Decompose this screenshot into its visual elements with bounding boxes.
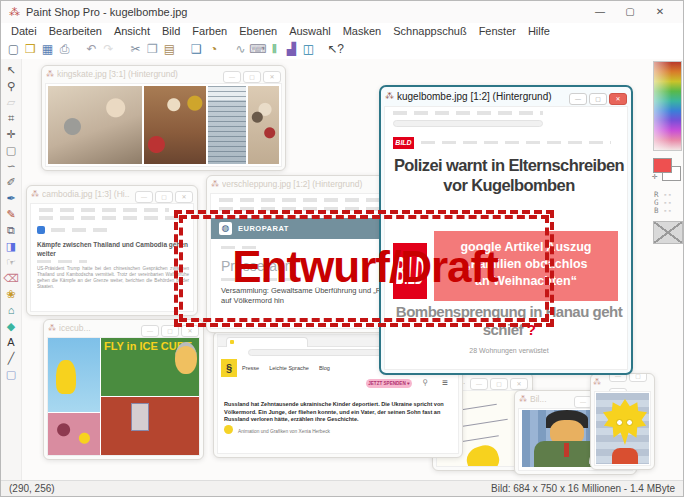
menu-item-datei[interactable]: Datei bbox=[5, 25, 43, 37]
app-paw-icon: ⁂ bbox=[9, 6, 20, 19]
site-nav-link[interactable]: Leichte Sprache bbox=[269, 365, 309, 371]
kugelbombe-titlebar[interactable]: ⁂ kugelbombe.jpg [1:2] (Hintergrund) —▢✕ bbox=[381, 87, 631, 105]
eyedropper-tool[interactable]: ✒ bbox=[3, 191, 19, 206]
bild-headline: Polizei warnt in Elternschreiben vor Kug… bbox=[387, 155, 628, 195]
menu-item-ebenen[interactable]: Ebenen bbox=[233, 25, 283, 37]
node-edit-icon[interactable]: ∿ bbox=[232, 40, 249, 58]
menu-item-auswahl[interactable]: Auswahl bbox=[283, 25, 337, 37]
menu-item-bild[interactable]: Bild bbox=[156, 25, 186, 37]
site-nav-link[interactable]: Blog bbox=[319, 365, 330, 371]
print-icon[interactable]: ⎙ bbox=[56, 40, 73, 58]
menu-item-farben[interactable]: Farben bbox=[186, 25, 233, 37]
timer-icon[interactable]: ◔ bbox=[205, 40, 222, 58]
lisa-titlebar[interactable]: ⁂ Bil... —▢✕ bbox=[591, 374, 654, 390]
search-icon[interactable]: ⚲ bbox=[422, 378, 428, 387]
text-tool[interactable]: A bbox=[3, 335, 19, 350]
clone-tool[interactable]: ⧉ bbox=[3, 223, 19, 238]
dialog-icon[interactable]: ⌨ bbox=[249, 40, 266, 58]
menu-item-schnappschuß[interactable]: Schnappschuß bbox=[387, 25, 472, 37]
lasso-tool[interactable]: ∽ bbox=[3, 159, 19, 174]
flood-fill-tool[interactable]: ◆ bbox=[3, 319, 19, 334]
photo-collage bbox=[48, 86, 279, 164]
screen-capture-icon[interactable]: ❑ bbox=[188, 40, 205, 58]
window-kingskate[interactable]: ⁂ kingskate.jpg [3:1] (Hintergrund) —▢✕ bbox=[41, 65, 286, 171]
collage-photo bbox=[48, 86, 142, 164]
paste-icon[interactable]: ▤ bbox=[161, 40, 178, 58]
null-texture-swatch[interactable] bbox=[653, 221, 683, 244]
minimize-icon[interactable]: — bbox=[141, 325, 159, 337]
maximize-icon[interactable]: ▢ bbox=[490, 378, 508, 390]
chart-icon[interactable]: ▟ bbox=[283, 40, 300, 58]
picture-tube-tool[interactable]: ❀ bbox=[3, 287, 19, 302]
lisa-canvas[interactable] bbox=[594, 391, 651, 466]
cambodia-title: cambodia.jpg [1:3] (Hi... bbox=[42, 189, 130, 199]
deform-tool[interactable]: ▱ bbox=[3, 95, 19, 110]
menu-item-fenster[interactable]: Fenster bbox=[473, 25, 522, 37]
donate-button[interactable]: JETZT SPENDEN ♥ bbox=[366, 379, 412, 388]
close-icon[interactable]: ✕ bbox=[609, 93, 627, 105]
minimize-icon[interactable]: — bbox=[569, 93, 587, 105]
menu-item-bearbeiten[interactable]: Bearbeiten bbox=[43, 25, 108, 37]
color-swatches: ✛ bbox=[652, 157, 682, 187]
reporter-title: Bil... bbox=[530, 394, 569, 404]
close-icon[interactable]: ✕ bbox=[175, 191, 193, 203]
app-minimize-icon[interactable]: — bbox=[585, 1, 615, 23]
airbrush-tool[interactable]: ⌂ bbox=[3, 303, 19, 318]
tab-favicon bbox=[230, 340, 234, 344]
help-icon[interactable]: ↖? bbox=[327, 40, 344, 58]
browser-chrome-decor bbox=[39, 208, 169, 212]
new-icon[interactable]: ▢ bbox=[5, 40, 22, 58]
comic-panel-bart bbox=[48, 338, 100, 412]
app-close-icon[interactable]: ✕ bbox=[645, 1, 675, 23]
kingskate-title: kingskate.jpg [3:1] (Hintergrund) bbox=[57, 69, 218, 79]
minimize-icon[interactable]: — bbox=[470, 378, 488, 390]
move-tool[interactable]: ✛ bbox=[3, 127, 19, 142]
pen-tool[interactable]: ✐ bbox=[3, 175, 19, 190]
shape-tool[interactable]: ▢ bbox=[3, 367, 19, 382]
maximize-icon[interactable]: ▢ bbox=[589, 93, 607, 105]
close-icon[interactable]: ✕ bbox=[510, 378, 528, 390]
app-maximize-icon[interactable]: ▢ bbox=[615, 1, 645, 23]
window-icecube[interactable]: ⁂ icecub... —▢✕ FLY in ICE CUBE bbox=[43, 319, 204, 460]
maximize-icon[interactable]: ▢ bbox=[243, 71, 261, 83]
maximize-icon[interactable]: ▢ bbox=[629, 373, 647, 382]
foreground-color-swatch[interactable] bbox=[653, 158, 672, 173]
eraser-tool[interactable]: ⌫ bbox=[3, 271, 19, 286]
site-nav-link[interactable]: Presse bbox=[242, 365, 259, 371]
image-info: Bild: 684 x 750 x 16 Millionen - 1.4 MBy… bbox=[491, 483, 675, 494]
menu-item-ansicht[interactable]: Ansicht bbox=[108, 25, 156, 37]
save-icon[interactable]: ▦ bbox=[39, 40, 56, 58]
color-replacer-tool[interactable]: ◨ bbox=[3, 239, 19, 254]
layers-icon[interactable]: ◫ bbox=[300, 40, 317, 58]
selection-tool[interactable]: ▢ bbox=[3, 143, 19, 158]
menu-item-masken[interactable]: Masken bbox=[337, 25, 388, 37]
hamburger-menu-icon[interactable]: ≡ bbox=[442, 377, 448, 388]
copy-icon[interactable]: ❐ bbox=[144, 40, 161, 58]
maximize-icon[interactable]: ▢ bbox=[155, 191, 173, 203]
open-icon[interactable]: ❒ bbox=[22, 40, 39, 58]
close-icon[interactable]: ✕ bbox=[263, 71, 281, 83]
collage-photo bbox=[208, 86, 246, 164]
paintbrush-tool[interactable]: ✎ bbox=[3, 207, 19, 222]
icecube-canvas[interactable]: FLY in ICE CUBE bbox=[47, 337, 200, 456]
crop-tool[interactable]: ⌗ bbox=[3, 111, 19, 126]
cut-icon[interactable]: ✂ bbox=[127, 40, 144, 58]
kingskate-titlebar[interactable]: ⁂ kingskate.jpg [3:1] (Hintergrund) —▢✕ bbox=[42, 66, 285, 82]
collage-photo bbox=[248, 86, 279, 164]
menu-item-hilfe[interactable]: Hilfe bbox=[522, 25, 556, 37]
kingskate-canvas[interactable] bbox=[45, 83, 282, 167]
pointer-tool[interactable]: ↖ bbox=[3, 63, 19, 78]
cambodia-titlebar[interactable]: ⁂ cambodia.jpg [1:3] (Hi... —▢✕ bbox=[27, 186, 197, 202]
redo-icon[interactable]: ↷ bbox=[100, 40, 117, 58]
verschleppung-title: verschleppung.jpg [1:2] (Hintergrund) bbox=[222, 179, 394, 189]
retouch-tool[interactable]: ☞ bbox=[3, 255, 19, 270]
minimize-icon[interactable]: — bbox=[135, 191, 153, 203]
window-lisa[interactable]: ⁂ Bil... —▢✕ bbox=[590, 373, 655, 470]
zoom-tool[interactable]: ⚲ bbox=[3, 79, 19, 94]
swap-colors-icon[interactable]: ✛ bbox=[652, 173, 658, 181]
histogram-icon[interactable]: ⦀ bbox=[266, 40, 283, 58]
color-picker-gradient[interactable] bbox=[653, 61, 682, 151]
line-tool[interactable]: ╱ bbox=[3, 351, 19, 366]
undo-icon[interactable]: ↶ bbox=[83, 40, 100, 58]
minimize-icon[interactable]: — bbox=[223, 71, 241, 83]
